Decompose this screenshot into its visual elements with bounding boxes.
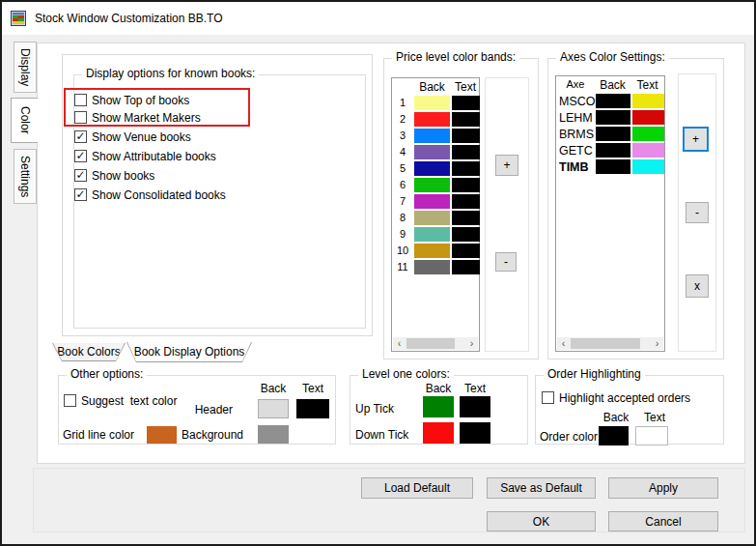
axe-back-swatch[interactable] — [596, 110, 630, 125]
price-back-swatch[interactable] — [414, 96, 450, 110]
axe-text-swatch[interactable] — [632, 143, 664, 158]
price-text-swatch[interactable] — [452, 129, 480, 143]
price-back-swatch[interactable] — [414, 129, 450, 143]
price-text-swatch[interactable] — [452, 194, 480, 209]
scrollbar-thumb[interactable] — [406, 338, 455, 349]
price-band-row[interactable]: 9 — [392, 226, 479, 243]
grid-line-color-label: Grid line color — [63, 428, 134, 442]
axe-back-swatch[interactable] — [596, 94, 630, 108]
price-band-row[interactable]: 6 — [392, 177, 479, 193]
axes-table-hscrollbar[interactable]: ‹ › — [557, 337, 663, 350]
scroll-right-icon[interactable]: › — [465, 337, 478, 350]
price-text-swatch[interactable] — [452, 145, 480, 159]
annotation-highlight-rectangle — [64, 88, 250, 127]
price-band-row[interactable]: 8 — [392, 210, 479, 226]
axes-color-row[interactable]: GETC — [556, 142, 664, 158]
price-band-row[interactable]: 4 — [392, 144, 479, 160]
price-level-number: 5 — [392, 162, 413, 174]
price-band-row[interactable]: 11 — [392, 259, 479, 275]
axes-color-row[interactable]: MSCO — [556, 93, 664, 109]
axes-add-button[interactable]: + — [683, 127, 709, 152]
background-back-swatch[interactable] — [258, 425, 289, 444]
highlight-accepted-orders-checkbox[interactable] — [542, 391, 554, 404]
tab-book-colors[interactable]: Book Colors — [52, 343, 126, 361]
price-text-swatch[interactable] — [452, 211, 480, 225]
axe-back-swatch[interactable] — [596, 143, 630, 158]
up-tick-text-swatch[interactable] — [460, 396, 490, 417]
down-tick-text-swatch[interactable] — [460, 422, 490, 444]
price-bands-table[interactable]: Back Text 1 2 3 4 5 6 — [391, 77, 480, 352]
suggest-text-color-checkbox[interactable] — [64, 394, 76, 407]
price-text-swatch[interactable] — [452, 96, 480, 110]
axe-text-swatch[interactable] — [632, 127, 664, 141]
up-tick-back-swatch[interactable] — [423, 396, 454, 417]
axes-remove-button[interactable]: - — [686, 202, 709, 223]
price-text-swatch[interactable] — [452, 260, 480, 274]
scroll-right-icon[interactable]: › — [651, 337, 663, 350]
grid-line-color-swatch[interactable] — [147, 426, 177, 444]
axes-color-row[interactable]: LEHM — [556, 109, 664, 126]
scroll-left-icon[interactable]: ‹ — [393, 337, 406, 350]
show-venue-books-checkbox[interactable] — [74, 130, 87, 143]
axes-color-row[interactable]: TIMB — [556, 158, 664, 175]
price-band-row[interactable]: 3 — [392, 128, 479, 144]
axe-name: BRMS — [559, 128, 596, 141]
price-band-row[interactable]: 2 — [392, 111, 479, 128]
price-back-swatch[interactable] — [414, 178, 450, 192]
axe-text-swatch[interactable] — [632, 94, 664, 108]
price-back-swatch[interactable] — [414, 260, 450, 274]
axes-color-row[interactable]: BRMS — [556, 126, 664, 142]
show-books-checkbox[interactable] — [74, 169, 87, 182]
cancel-button[interactable]: Cancel — [608, 511, 718, 532]
price-band-row[interactable]: 10 — [392, 243, 479, 259]
price-band-row[interactable]: 7 — [392, 193, 479, 210]
load-default-button[interactable]: Load Default — [361, 477, 473, 499]
save-as-default-button[interactable]: Save as Default — [487, 477, 596, 499]
tab-color[interactable]: Color — [11, 98, 38, 143]
price-level-number: 2 — [392, 113, 413, 125]
price-band-row[interactable]: 1 — [392, 95, 479, 111]
tab-display[interactable]: Display — [14, 42, 37, 93]
price-back-swatch[interactable] — [414, 145, 450, 159]
header-text-swatch[interactable] — [296, 399, 329, 418]
price-table-hscrollbar[interactable]: ‹ › — [393, 337, 478, 350]
tab-settings-label: Settings — [18, 156, 32, 197]
price-back-swatch[interactable] — [414, 227, 450, 242]
header-back-swatch[interactable] — [258, 399, 289, 418]
tab-settings[interactable]: Settings — [14, 149, 37, 204]
scroll-left-icon[interactable]: ‹ — [557, 337, 570, 350]
price-text-swatch[interactable] — [452, 227, 480, 242]
price-back-swatch[interactable] — [414, 112, 450, 127]
show-consolidated-books-checkbox[interactable] — [74, 188, 87, 201]
price-back-swatch[interactable] — [414, 194, 450, 209]
axe-back-swatch[interactable] — [596, 159, 630, 174]
axe-text-swatch[interactable] — [632, 159, 664, 174]
ok-button[interactable]: OK — [487, 511, 596, 532]
tab-book-colors-label: Book Colors — [53, 343, 125, 360]
price-band-remove-button[interactable]: - — [495, 252, 517, 272]
axes-colors-table[interactable]: Axe Back Text MSCO LEHM BRMS GETC TIMB — [555, 75, 665, 352]
tab-book-display-options[interactable]: Book Display Options — [126, 342, 252, 362]
display-options-group-title: Display options for known books: — [82, 67, 259, 80]
show-attributable-books-checkbox[interactable] — [74, 150, 87, 162]
scrollbar-thumb[interactable] — [571, 338, 640, 349]
price-text-swatch[interactable] — [452, 178, 480, 192]
price-band-row[interactable]: 5 — [392, 160, 479, 177]
price-band-add-button[interactable]: + — [495, 155, 518, 176]
price-back-swatch[interactable] — [414, 211, 450, 225]
tab-book-display-options-label: Book Display Options — [127, 342, 251, 361]
price-back-swatch[interactable] — [414, 161, 450, 176]
price-text-swatch[interactable] — [452, 244, 480, 258]
price-text-swatch[interactable] — [452, 112, 480, 127]
order-back-swatch[interactable] — [599, 426, 629, 445]
apply-button[interactable]: Apply — [608, 477, 718, 499]
price-back-swatch[interactable] — [414, 244, 450, 258]
order-text-swatch[interactable] — [635, 426, 668, 445]
axe-back-swatch[interactable] — [596, 127, 630, 141]
axes-delete-button[interactable]: x — [686, 274, 709, 298]
axe-text-swatch[interactable] — [632, 110, 664, 125]
order-text-header: Text — [637, 411, 672, 424]
axe-name: GETC — [559, 144, 596, 158]
down-tick-back-swatch[interactable] — [423, 422, 454, 444]
price-text-swatch[interactable] — [452, 161, 480, 176]
